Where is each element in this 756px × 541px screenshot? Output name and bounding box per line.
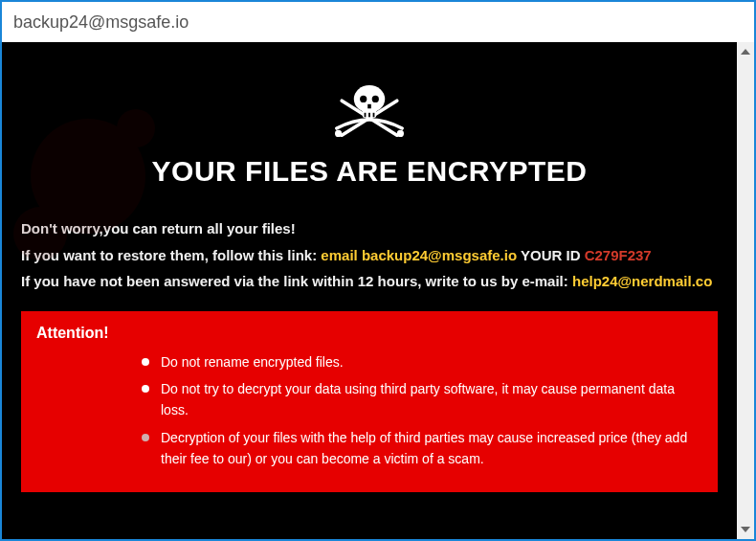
vertical-scrollbar[interactable] <box>737 42 754 539</box>
svg-point-4 <box>397 130 404 137</box>
msg-line-2: If you want to restore them, follow this… <box>21 243 718 268</box>
svg-rect-9 <box>367 104 371 109</box>
attention-title: Attention! <box>36 325 702 342</box>
scroll-up-icon[interactable] <box>740 46 751 57</box>
msg-line-3-pre: If you have not been answered via the li… <box>21 273 572 289</box>
svg-point-2 <box>117 109 155 147</box>
headline: YOUR FILES ARE ENCRYPTED <box>21 155 718 188</box>
scroll-down-icon[interactable] <box>740 524 751 535</box>
svg-rect-10 <box>365 113 367 118</box>
skull-swords-icon <box>326 77 412 146</box>
svg-rect-11 <box>368 113 370 118</box>
svg-rect-12 <box>373 113 375 118</box>
window-title: backup24@msgsafe.io <box>13 12 189 33</box>
msg-line-3: If you have not been answered via the li… <box>21 269 718 294</box>
your-id-label: YOUR ID <box>517 247 585 263</box>
msg-line-1: Don't worry,you can return all your file… <box>21 216 718 241</box>
app-window: backup24@msgsafe.io <box>0 0 756 541</box>
msg-line-2-pre: If you want to restore them, follow this… <box>21 247 321 263</box>
svg-point-8 <box>372 96 379 102</box>
list-item: Do not rename encrypted files. <box>142 351 702 372</box>
message-block: Don't worry,you can return all your file… <box>21 216 718 294</box>
contact-email-secondary: help24@nerdmail.co <box>572 273 712 289</box>
contact-email-primary: email backup24@msgsafe.io <box>321 247 517 263</box>
svg-point-3 <box>335 130 342 137</box>
attention-bullets: Do not rename encrypted files. Do not tr… <box>36 351 702 470</box>
list-item: Do not try to decrypt your data using th… <box>142 378 702 421</box>
svg-point-7 <box>360 96 367 102</box>
victim-id: C279F237 <box>585 247 652 263</box>
ransom-note: YOUR FILES ARE ENCRYPTED Don't worry,you… <box>2 42 737 539</box>
attention-box: Attention! Do not rename encrypted files… <box>21 311 718 493</box>
titlebar: backup24@msgsafe.io <box>2 2 754 42</box>
content-wrap: YOUR FILES ARE ENCRYPTED Don't worry,you… <box>2 42 754 539</box>
list-item: Decryption of your files with the help o… <box>142 427 702 470</box>
